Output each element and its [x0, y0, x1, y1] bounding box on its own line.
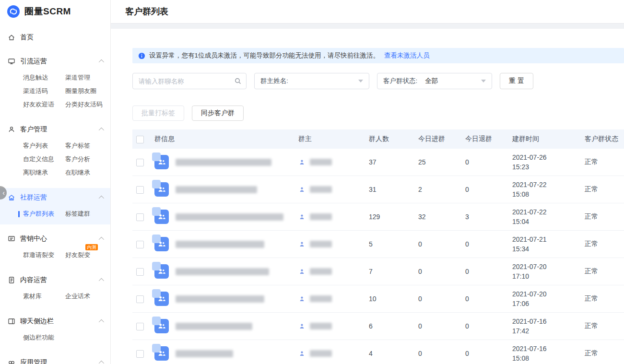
sidebar-item[interactable]: 圈量朋友圈	[65, 84, 110, 98]
sidebar-section-community: 社群运营客户群列表标签建群	[0, 188, 110, 224]
sidebar-section-header-community[interactable]: 社群运营	[0, 188, 110, 207]
status-cell: 正常	[580, 340, 624, 364]
group-avatar-icon	[154, 292, 169, 306]
sidebar-item-label: 客户标签	[65, 141, 90, 150]
sidebar-item[interactable]: 侧边栏功能	[23, 331, 65, 344]
sync-groups-button[interactable]: 同步客户群	[192, 106, 244, 121]
group-info-cell	[154, 292, 294, 306]
sidebar-item[interactable]: 渠道管理	[65, 71, 110, 84]
owner-name-redacted	[310, 295, 332, 302]
batch-tag-button[interactable]: 批量打标签	[132, 106, 184, 121]
monitor-icon	[8, 58, 15, 65]
created-time: 17:42	[512, 326, 580, 336]
sidebar-item[interactable]: 客户分析	[65, 153, 110, 166]
sidebar-item[interactable]: 好友裂变内测	[65, 248, 110, 262]
sidebar-item[interactable]: 离职继承	[23, 166, 65, 179]
search-icon[interactable]	[234, 77, 242, 85]
sidebar-section-label: 内容运营	[20, 276, 47, 284]
sidebar-item[interactable]: 客户列表	[23, 139, 65, 153]
sidebar-section-header-apps[interactable]: 应用管理	[0, 353, 110, 364]
toolbar: 批量打标签 同步客户群	[132, 106, 624, 121]
created-time-cell: 2021-07-2615:23	[507, 149, 580, 176]
document-icon	[8, 276, 15, 284]
created-time: 15:08	[512, 353, 580, 363]
owner-name-redacted	[310, 213, 332, 220]
status-cell: 正常	[580, 149, 624, 176]
sidebar-section-items: 素材库企业话术	[0, 290, 110, 303]
sidebar-section-header-content[interactable]: 内容运营	[0, 270, 110, 290]
column-header: 群主	[294, 129, 364, 149]
row-checkbox[interactable]	[136, 241, 144, 248]
sidebar-item[interactable]: 好友欢迎语	[23, 98, 65, 111]
sidebar-item-label: 在职继承	[65, 168, 90, 177]
quit-today-count: 0	[460, 340, 507, 364]
status-cell: 正常	[580, 203, 624, 231]
sidebar-section-header-traffic[interactable]: 引流运营	[0, 52, 110, 71]
sidebar-sections: 引流运营消息触达渠道管理渠道活码圈量朋友圈好友欢迎语分类好友活码客户管理客户列表…	[0, 52, 110, 364]
status-select[interactable]: 客户群状态: 全部	[377, 73, 492, 89]
table-body: 372502021-07-2615:23正常31202021-07-2215:0…	[132, 149, 624, 364]
row-checkbox[interactable]	[136, 323, 144, 330]
view-inactive-link[interactable]: 查看未激活人员	[384, 51, 430, 60]
group-owner-cell	[298, 159, 364, 166]
group-avatar-icon	[154, 182, 169, 197]
group-info-cell	[154, 346, 294, 361]
group-owner-cell	[298, 213, 364, 221]
person-icon	[298, 295, 306, 303]
created-time-cell: 2021-07-1615:08	[507, 340, 580, 364]
group-owner-cell	[298, 295, 364, 303]
reset-button[interactable]: 重 置	[500, 73, 533, 89]
sidebar-item[interactable]: 客户标签	[65, 139, 110, 153]
sidebar-item[interactable]: 客户群列表	[23, 207, 65, 221]
created-date: 2021-07-22	[512, 207, 580, 217]
logo[interactable]: 圈量SCRM	[0, 0, 110, 23]
row-checkbox[interactable]	[136, 186, 144, 194]
sidebar-item[interactable]: 分类好友活码	[65, 98, 110, 111]
table-row: 7002021-07-2017:10正常	[132, 258, 624, 285]
select-all-checkbox[interactable]	[136, 136, 144, 143]
owner-select[interactable]: 群主姓名:	[254, 73, 369, 89]
sidebar-section-traffic: 引流运营消息触达渠道管理渠道活码圈量朋友圈好友欢迎语分类好友活码	[0, 52, 110, 115]
row-checkbox[interactable]	[136, 268, 144, 276]
group-info-cell	[154, 155, 294, 169]
sidebar-section-items: 群邀请裂变好友裂变内测	[0, 248, 110, 262]
sidebar-section-header-customer[interactable]: 客户管理	[0, 120, 110, 139]
sidebar-item[interactable]: 企业话术	[65, 290, 110, 303]
sidebar-item-label: 客户群列表	[23, 210, 54, 218]
created-time-cell: 2021-07-2017:06	[507, 285, 580, 313]
sidebar-section-apps: 应用管理	[0, 353, 110, 364]
created-date: 2021-07-20	[512, 289, 580, 299]
sidebar-item[interactable]: 渠道活码	[23, 84, 65, 98]
info-icon	[138, 52, 145, 59]
sidebar-item[interactable]: 消息触达	[23, 71, 65, 84]
row-checkbox[interactable]	[136, 295, 144, 303]
group-avatar-icon	[154, 155, 169, 169]
sidebar-item-label: 渠道管理	[65, 73, 90, 82]
row-checkbox[interactable]	[136, 350, 144, 358]
sidebar-section-header-chat-sidebar[interactable]: 聊天侧边栏	[0, 312, 110, 331]
person-icon	[298, 323, 306, 330]
member-count: 5	[364, 231, 413, 258]
sidebar-item[interactable]: 素材库	[23, 290, 65, 303]
row-checkbox[interactable]	[136, 159, 144, 166]
created-time-cell: 2021-07-2215:08	[507, 176, 580, 203]
sidebar-item-home[interactable]: 首页	[0, 28, 110, 47]
group-owner-cell	[298, 186, 364, 193]
join-today-count: 0	[413, 258, 460, 285]
sidebar-item[interactable]: 标签建群	[65, 207, 110, 221]
sidebar-item[interactable]: 群邀请裂变	[23, 248, 65, 262]
member-count: 31	[364, 176, 413, 203]
created-date: 2021-07-22	[512, 180, 580, 189]
sidebar-item[interactable]: 在职继承	[65, 166, 110, 179]
sidebar-item-label: 好友裂变	[65, 251, 90, 259]
row-checkbox[interactable]	[136, 213, 144, 221]
group-name-redacted	[176, 213, 283, 221]
app-window: 圈量SCRM 首页 引流运营消息触达渠道管理渠道活码圈量朋友圈好友欢迎语分类好友…	[0, 0, 624, 364]
user-icon	[8, 126, 15, 133]
sidebar-item[interactable]: 自定义信息	[23, 153, 65, 166]
sidebar-section-content: 内容运营素材库企业话术	[0, 270, 110, 307]
sidebar-section-items: 客户列表客户标签自定义信息客户分析离职继承在职继承	[0, 139, 110, 179]
group-info-cell	[154, 237, 294, 251]
sidebar-item-label: 客户列表	[23, 141, 48, 150]
search-input[interactable]	[132, 73, 247, 89]
